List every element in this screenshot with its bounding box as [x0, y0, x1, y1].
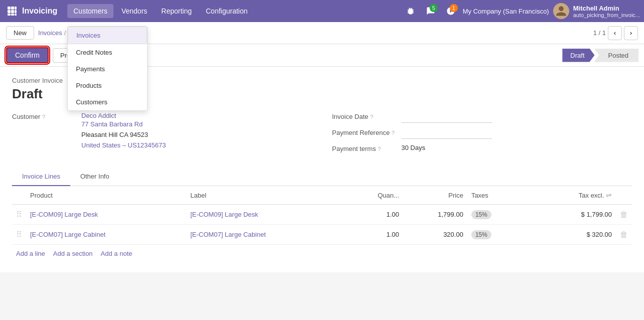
user-info[interactable]: Mitchell Admin auto_picking_from_invoic.…	[573, 5, 640, 18]
label-link-1[interactable]: [E-COM09] Large Desk	[190, 211, 258, 218]
payment-terms-help[interactable]: ?	[378, 146, 381, 152]
tab-invoice-lines[interactable]: Invoice Lines	[12, 168, 70, 186]
tax-badge-2[interactable]: 15%	[471, 230, 491, 239]
invoice-table: Product Label Quan... Price Taxes Tax ex…	[12, 186, 632, 245]
drag-handle-2[interactable]: ⠿	[16, 230, 22, 239]
customer-help-icon[interactable]: ?	[42, 114, 45, 120]
nav-items: Customers Invoices Credit Notes Payments…	[67, 4, 403, 18]
col-price: Price	[403, 186, 467, 205]
svg-rect-4	[11, 10, 14, 13]
col-taxes: Taxes	[467, 186, 522, 205]
invoice-date-label: Invoice Date ?	[332, 112, 398, 120]
dropdown-item-credit-notes[interactable]: Credit Notes	[68, 44, 147, 61]
invoice-date-row: Invoice Date ?	[332, 112, 632, 123]
customer-label: Customer ?	[12, 112, 77, 120]
svg-rect-7	[11, 14, 14, 16]
svg-rect-1	[11, 7, 14, 10]
price-2: 320.00	[403, 225, 467, 245]
tab-other-info[interactable]: Other Info	[70, 168, 119, 186]
quantity-1: 1.00	[346, 205, 403, 225]
customer-label-text: Customer	[12, 113, 40, 120]
customer-address: 77 Santa Barbara Rd Pleasant Hill CA 945…	[81, 119, 166, 150]
dropdown-item-payments[interactable]: Payments	[68, 61, 147, 77]
col-settings-icon[interactable]: ⇌	[606, 191, 612, 199]
breadcrumb-separator: /	[64, 29, 66, 37]
status-posted: Posted	[594, 49, 638, 62]
col-tax-excl: Tax excl. ⇌	[537, 186, 616, 205]
user-sub: auto_picking_from_invoic...	[573, 12, 640, 18]
customers-nav-wrapper: Customers Invoices Credit Notes Payments…	[67, 4, 113, 18]
payment-ref-input[interactable]	[402, 128, 492, 139]
payment-ref-row: Payment Reference ?	[332, 128, 632, 139]
svg-rect-2	[15, 7, 17, 10]
col-label: Label	[186, 186, 346, 205]
svg-rect-6	[8, 14, 11, 16]
form-left: Customer ? Deco Addict 77 Santa Barbara …	[12, 112, 312, 157]
col-product: Product	[26, 186, 186, 205]
activity-icon[interactable]: 1	[443, 3, 459, 19]
activity-badge: 1	[450, 4, 458, 12]
product-link-2[interactable]: [E-COM07] Large Cabinet	[30, 231, 105, 238]
address-line1[interactable]: 77 Santa Barbara Rd	[81, 119, 166, 130]
svg-rect-8	[15, 14, 17, 16]
pager-text: 1 / 1	[593, 29, 606, 37]
messages-icon[interactable]: 5	[423, 3, 439, 19]
status-draft: Draft	[562, 49, 594, 62]
add-links: Add a line Add a section Add a note	[12, 245, 632, 262]
total-1: $ 1,799.00	[537, 205, 616, 225]
svg-rect-5	[15, 10, 17, 13]
drag-handle-1[interactable]: ⠿	[16, 210, 22, 219]
customer-field-row: Customer ? Deco Addict 77 Santa Barbara …	[12, 112, 312, 150]
top-nav: Invoicing Customers Invoices Credit Note…	[0, 0, 644, 22]
tax-badge-1[interactable]: 15%	[471, 210, 491, 219]
apps-icon[interactable]	[4, 3, 20, 19]
nav-item-configuration[interactable]: Configuration	[200, 4, 253, 18]
dropdown-item-invoices[interactable]: Invoices	[68, 27, 147, 44]
price-1: 1,799.00	[403, 205, 467, 225]
add-note-link[interactable]: Add a note	[101, 250, 133, 257]
payment-terms-value[interactable]: 30 Days	[402, 144, 426, 151]
customer-value: Deco Addict 77 Santa Barbara Rd Pleasant…	[81, 112, 166, 150]
table-row: ⠿ [E-COM07] Large Cabinet [E-COM07] Larg…	[12, 225, 632, 245]
pager-next[interactable]: ›	[624, 26, 638, 40]
nav-item-vendors[interactable]: Vendors	[115, 4, 153, 18]
invoice-date-input[interactable]	[402, 112, 492, 123]
svg-rect-3	[8, 10, 11, 13]
customers-dropdown: Invoices Credit Notes Payments Products …	[67, 26, 148, 111]
new-button[interactable]: New	[6, 26, 34, 40]
delete-row-2[interactable]: 🗑	[620, 230, 628, 239]
payment-terms-row: Payment terms ? 30 Days	[332, 144, 632, 152]
nav-item-reporting[interactable]: Reporting	[155, 4, 198, 18]
invoice-date-help[interactable]: ?	[370, 114, 373, 120]
col-quantity: Quan...	[346, 186, 403, 205]
quantity-2: 1.00	[346, 225, 403, 245]
form-section: Customer ? Deco Addict 77 Santa Barbara …	[12, 112, 632, 157]
status-flow: Draft Posted	[562, 49, 638, 62]
customer-name[interactable]: Deco Addict	[81, 112, 166, 119]
dropdown-item-customers[interactable]: Customers	[68, 94, 147, 110]
delete-row-1[interactable]: 🗑	[620, 210, 628, 219]
tabs: Invoice Lines Other Info	[12, 168, 632, 186]
breadcrumb-invoices[interactable]: Invoices	[38, 29, 62, 37]
address-line3[interactable]: United States – US12345673	[81, 140, 166, 151]
label-link-2[interactable]: [E-COM07] Large Cabinet	[190, 231, 266, 238]
app-brand[interactable]: Invoicing	[22, 7, 57, 16]
total-2: $ 320.00	[537, 225, 616, 245]
col-spacer	[521, 186, 537, 205]
pager: 1 / 1 ‹ ›	[593, 26, 638, 40]
payment-ref-label: Payment Reference ?	[332, 128, 398, 136]
product-link-1[interactable]: [E-COM09] Large Desk	[30, 211, 98, 218]
add-section-link[interactable]: Add a section	[53, 250, 93, 257]
form-right: Invoice Date ? Payment Reference ? Payme…	[332, 112, 632, 157]
payment-ref-help[interactable]: ?	[392, 130, 395, 136]
debug-icon[interactable]	[403, 3, 419, 19]
pager-prev[interactable]: ‹	[608, 26, 622, 40]
dropdown-item-products[interactable]: Products	[68, 77, 147, 94]
user-avatar[interactable]	[553, 3, 569, 19]
confirm-button[interactable]: Confirm	[6, 47, 49, 63]
col-drag	[12, 186, 26, 205]
company-name[interactable]: My Company (San Francisco)	[463, 8, 549, 15]
address-line2: Pleasant Hill CA 94523	[81, 130, 166, 140]
add-line-link[interactable]: Add a line	[16, 250, 45, 257]
nav-item-customers[interactable]: Customers	[67, 4, 113, 18]
